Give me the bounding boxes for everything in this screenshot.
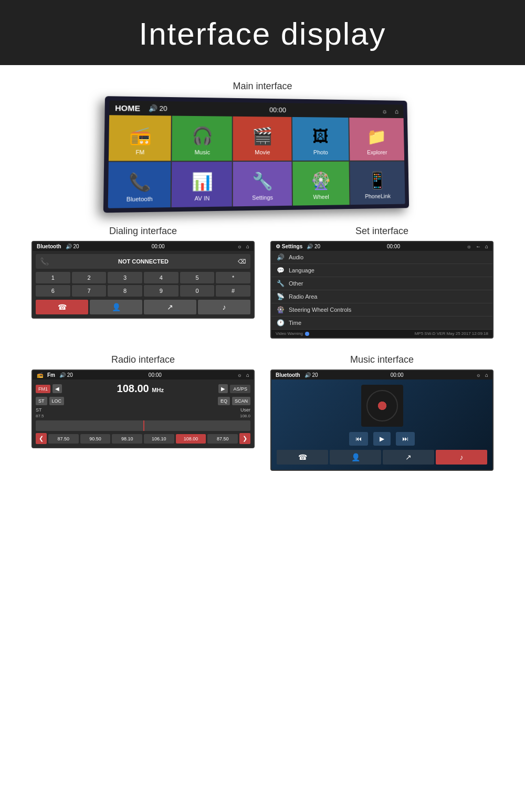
dial-key-6[interactable]: 6 [36,285,70,297]
dialing-time: 00:00 [152,244,165,249]
radio-row2: ST LOC EQ SCAN [36,397,250,405]
app-tile-photo[interactable]: 🖼 Photo [292,117,349,161]
radio-time: 00:00 [149,372,162,378]
fm1-button[interactable]: FM1 [36,385,50,393]
loc-button[interactable]: LOC [49,397,65,405]
radio-next-button[interactable]: ▶ [218,384,228,393]
settings-radio-area[interactable]: 📡 Radio Area [271,290,492,303]
dial-key-7[interactable]: 7 [72,285,107,297]
app-tile-explorer[interactable]: 📁 Explorer [349,118,404,161]
main-screen-inner: HOME 🔊 20 00:00 ☼ ⌂ 📻 FM 🎧 [108,100,405,208]
preset-row: ❮ 87.50 90.50 98.10 106.10 108.00 87.50 … [36,433,250,444]
wheel-label: Wheel [313,194,329,200]
app-tile-avin[interactable]: 📊 AV IN [172,162,232,207]
backspace-icon[interactable]: ⌫ [238,258,246,265]
dial-key-9[interactable]: 9 [144,285,178,297]
music-recent-button[interactable]: ↗ [383,450,434,465]
music-body: ⏮ ▶ ⏭ ☎ 👤 ↗ ♪ [271,379,492,470]
dial-key-8[interactable]: 8 [108,285,142,297]
frequency-value: 108.00 [117,383,149,394]
radio-area-icon: 📡 [277,293,285,300]
dial-key-star[interactable]: * [216,272,250,283]
eq-button[interactable]: EQ [218,397,230,405]
preset-2[interactable]: 90.50 [80,434,111,444]
radio-prev-button[interactable]: ◀ [52,384,62,393]
music-call-button[interactable]: ☎ [277,450,328,465]
radio-section: Radio interface 📻 Fm 🔊 20 00:00 ☼ ⌂ FM1 … [32,354,255,471]
page-title: Interface display [0,16,525,52]
settings-radio-label: Radio Area [289,293,317,300]
settings-footer: Video Warning MP5 SW-D VER May 25 2017 1… [271,330,492,338]
settings-audio-label: Audio [289,254,303,260]
radio-status-title: Fm [47,372,55,378]
preset-6[interactable]: 87.50 [207,434,238,444]
dialing-section: Dialing interface Bluetooth 🔊 20 00:00 ☼… [32,226,255,339]
movie-icon: 🎬 [252,126,273,146]
settings-back-icon[interactable]: ← [476,244,481,249]
dial-body: 📞 NOT CONNECTED ⌫ 1 2 3 4 5 * 6 7 8 [33,251,254,318]
dialing-home-icon: ⌂ [246,244,249,249]
radio-label: Radio interface [32,354,255,365]
settings-other-label: Other [289,280,303,287]
video-warning: Video Warning [276,331,309,336]
music-contact-button[interactable]: 👤 [330,450,381,465]
music-next-button[interactable]: ⏭ [396,432,415,446]
dial-recent-button[interactable]: ↗ [144,300,196,314]
settings-audio[interactable]: 🔊 Audio [271,251,492,264]
radio-brightness-icon: ☼ [237,372,242,378]
dialing-screen: Bluetooth 🔊 20 00:00 ☼ ⌂ 📞 NOT CONNECTED… [32,241,255,319]
dial-key-3[interactable]: 3 [108,272,142,283]
dialing-status-title: Bluetooth [37,244,61,249]
dial-music-button[interactable]: ♪ [198,300,250,314]
settings-time-label: Time [289,320,301,326]
phonelink-label: PhoneLink [365,193,391,199]
radio-body: FM1 ◀ 108.00 MHz ▶ AS/PS ST LOC EQ [33,379,254,447]
main-device-screen: HOME 🔊 20 00:00 ☼ ⌂ 📻 FM 🎧 [103,96,409,213]
music-time: 00:00 [391,372,404,378]
settings-language-label: Language [289,267,314,273]
settings-status-bar: ⚙ Settings 🔊 20 00:00 ☼ ← ⌂ [271,242,492,251]
app-tile-settings[interactable]: 🔧 Settings [233,162,291,206]
app-tile-music[interactable]: 🎧 Music [172,116,233,161]
app-tile-movie[interactable]: 🎬 Movie [233,117,291,161]
settings-language[interactable]: 💬 Language [271,264,492,277]
page-header: Interface display [0,0,525,65]
app-tile-fm[interactable]: 📻 FM [109,115,171,161]
photo-icon: 🖼 [312,126,329,145]
app-tile-wheel[interactable]: 🎡 Wheel [292,162,349,206]
preset-4[interactable]: 106.10 [144,434,174,444]
settings-time[interactable]: 🕐 Time [271,317,492,330]
preset-1[interactable]: 87.50 [48,434,79,444]
music-prev-button[interactable]: ⏮ [349,432,368,446]
frequency-bar[interactable] [36,420,250,431]
dial-key-4[interactable]: 4 [144,272,178,283]
settings-steering[interactable]: 🎡 Steering Wheel Controls [271,303,492,317]
freq-indicator [143,420,144,431]
phonelink-icon: 📱 [368,171,387,190]
preset-5[interactable]: 108.00 [176,434,206,444]
radio-label-row: ST User [36,407,250,413]
preset-next-button[interactable]: ❯ [239,433,250,444]
music-play-button[interactable]: ▶ [373,432,391,446]
dial-call-button[interactable]: ☎ [36,300,88,314]
avin-label: AV IN [195,195,210,202]
preset-3[interactable]: 98.10 [112,434,142,444]
time-icon: 🕐 [277,319,285,326]
settings-other[interactable]: 🔧 Other [271,277,492,290]
st-button[interactable]: ST [36,397,47,405]
dial-key-1[interactable]: 1 [36,272,70,283]
music-now-playing-button[interactable]: ♪ [436,450,487,465]
dial-contact-button[interactable]: 👤 [90,300,142,314]
dial-key-5[interactable]: 5 [180,272,215,283]
scan-button[interactable]: SCAN [232,397,250,405]
dial-key-2[interactable]: 2 [72,272,107,283]
asps-button[interactable]: AS/PS [230,385,250,393]
settings-label: Set interface [270,226,494,237]
dial-key-hash[interactable]: # [216,285,250,297]
dial-key-0[interactable]: 0 [180,285,215,297]
settings-status-title: ⚙ Settings [276,244,302,249]
freq-bar-labels: 87.5 108.0 [36,414,250,418]
app-tile-phonelink[interactable]: 📱 PhoneLink [350,161,405,205]
preset-prev-button[interactable]: ❮ [36,433,47,444]
app-tile-bluetooth[interactable]: 📞 Bluetooth [108,162,171,208]
